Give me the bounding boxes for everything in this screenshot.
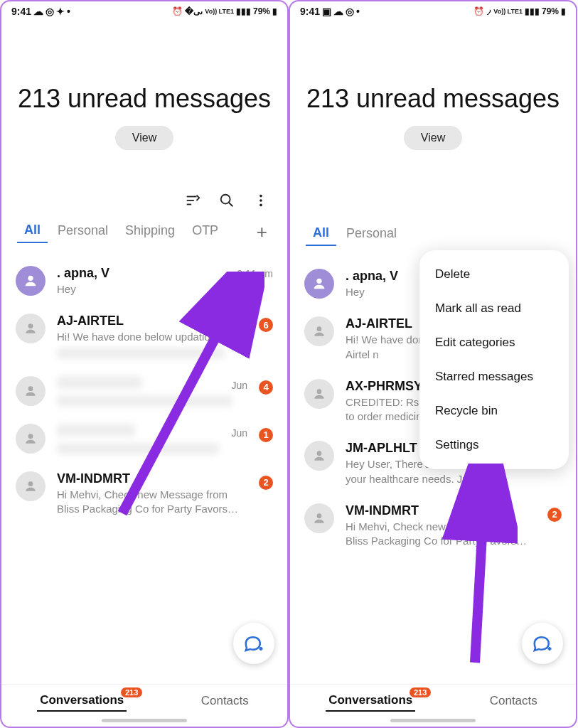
compose-button[interactable] — [522, 623, 563, 664]
svg-point-17 — [316, 279, 321, 284]
blurred-text — [57, 443, 219, 454]
compose-button[interactable] — [233, 623, 274, 664]
status-time: 9:41 — [11, 6, 31, 17]
phone-screenshot-right: 9:41 ▣ ☁ ◎ • ⏰ ⵰ Vo)) LTE1 ▮▮▮ 79% ▮ 213… — [289, 0, 577, 728]
view-button[interactable]: View — [115, 126, 173, 150]
avatar — [16, 266, 46, 296]
menu-edit-categories[interactable]: Edit categories — [419, 326, 569, 360]
conversation-row[interactable]: . apna, V 9:11 am Hey — [1, 257, 287, 305]
alarm-icon: ⏰ — [172, 6, 183, 16]
avatar — [16, 376, 46, 406]
avatar — [304, 441, 334, 471]
conversation-name: . apna, V — [57, 266, 109, 281]
conversation-name: VM-INDMRT — [346, 503, 419, 518]
avatar — [16, 424, 46, 454]
conversations-count-badge: 213 — [410, 687, 431, 697]
menu-settings[interactable]: Settings — [419, 428, 569, 462]
home-indicator — [390, 719, 476, 722]
menu-recycle-bin[interactable]: Recycle bin — [419, 394, 569, 428]
conversation-time: Jun — [231, 427, 247, 439]
tab-personal[interactable]: Personal — [50, 222, 115, 242]
wifi-icon: �ىى — [185, 6, 203, 16]
tab-conversations[interactable]: Conversations 213 — [326, 693, 415, 712]
unread-badge: 2 — [547, 508, 562, 522]
svg-point-19 — [317, 389, 322, 394]
avatar — [304, 503, 334, 533]
battery-icon: ▮ — [561, 6, 566, 16]
tab-all[interactable]: All — [306, 224, 336, 246]
conversation-name: JM-APLHLT — [346, 441, 417, 456]
instagram-icon: ◎ — [46, 6, 54, 17]
unread-title: 213 unread messages — [13, 82, 276, 114]
instagram-icon: ◎ — [346, 6, 354, 17]
bottom-nav: Conversations 213 Contacts — [1, 684, 287, 714]
conversation-name: AX-PHRMSY — [346, 379, 422, 394]
menu-starred[interactable]: Starred messages — [419, 360, 569, 394]
menu-mark-all-read[interactable]: Mark all as read — [419, 291, 569, 326]
svg-point-12 — [28, 481, 33, 486]
unread-badge: 4 — [259, 380, 273, 395]
status-bar: 9:41 ▣ ☁ ◎ • ⏰ ⵰ Vo)) LTE1 ▮▮▮ 79% ▮ — [290, 1, 576, 18]
avatar — [304, 269, 334, 299]
status-bar: 9:41 ☁ ◎ ✦ • ⏰ �ىى Vo)) LTE1 ▮▮▮ 79% ▮ — [1, 1, 287, 18]
home-indicator — [102, 719, 187, 722]
tab-all[interactable]: All — [17, 221, 48, 243]
phone-screenshot-left: 9:41 ☁ ◎ ✦ • ⏰ �ىى Vo)) LTE1 ▮▮▮ 79% ▮ 2… — [0, 0, 289, 728]
svg-point-18 — [317, 327, 322, 332]
battery-text: 79% — [542, 6, 559, 16]
conversation-time: Jun — [231, 380, 247, 391]
add-category-button[interactable]: + — [252, 221, 272, 243]
unread-badge: 6 — [259, 318, 273, 332]
conversation-time: 8:52 am — [211, 316, 247, 327]
toolbar — [1, 193, 287, 221]
view-button[interactable]: View — [404, 126, 462, 150]
battery-text: 79% — [253, 6, 270, 16]
menu-delete[interactable]: Delete — [419, 257, 569, 291]
signal-icon: ▮▮▮ — [236, 6, 251, 16]
tab-contacts[interactable]: Contacts — [487, 694, 540, 711]
svg-point-8 — [28, 276, 33, 281]
tab-conversations[interactable]: Conversations 213 — [37, 693, 127, 712]
avatar — [16, 314, 46, 343]
svg-point-6 — [259, 199, 262, 202]
svg-point-21 — [317, 513, 322, 518]
svg-line-4 — [229, 203, 233, 207]
conversation-list: . apna, V 9:11 am Hey AJ-AIRTEL 8:52 am … — [1, 257, 287, 684]
overflow-menu: Delete Mark all as read Edit categories … — [419, 250, 569, 469]
tab-shipping[interactable]: Shipping — [118, 222, 182, 242]
blurred-text — [57, 395, 232, 407]
tab-contacts[interactable]: Contacts — [198, 694, 252, 711]
more-icon[interactable] — [253, 193, 269, 208]
tab-otp[interactable]: OTP — [185, 222, 225, 242]
conversation-name: VM-INDMRT — [57, 471, 130, 486]
conversation-preview: Hi Mehvi, Check new Message from Bliss P… — [57, 488, 247, 517]
tab-label: Conversations — [40, 693, 124, 707]
blurred-name — [57, 376, 142, 389]
conversation-row[interactable]: VM-INDMRT Hi Mehvi, Check new Message fr… — [1, 463, 287, 525]
unread-badge: 1 — [259, 428, 273, 442]
conversation-name: . apna, V — [346, 269, 398, 284]
blurred-text — [57, 348, 225, 359]
conversation-row[interactable]: Jun 4 — [1, 368, 287, 415]
conversations-count-badge: 213 — [121, 687, 142, 697]
conversation-row[interactable]: Jun 1 — [1, 415, 287, 463]
conversation-preview: Hi! We have done below updation — [57, 330, 247, 344]
tab-personal[interactable]: Personal — [339, 225, 404, 245]
search-icon[interactable] — [219, 193, 235, 208]
conversation-row[interactable]: AJ-AIRTEL 8:52 am Hi! We have done below… — [1, 305, 287, 367]
svg-point-7 — [259, 204, 262, 207]
category-tabs: All Personal Shipping OTP + — [1, 221, 287, 257]
svg-point-5 — [259, 195, 262, 198]
filter-icon[interactable] — [185, 193, 200, 208]
blurred-name — [57, 424, 135, 437]
svg-point-11 — [28, 434, 33, 439]
svg-point-20 — [317, 451, 322, 456]
battery-icon: ▮ — [272, 6, 277, 16]
toolbar-spacer — [290, 193, 576, 224]
conversation-row[interactable]: VM-INDMRT Hi Mehvi, Check new Message fr… — [290, 495, 576, 557]
avatar — [304, 379, 334, 409]
dot-icon: • — [356, 6, 360, 17]
conversation-preview: Hi Mehvi, Check new Message from Bliss P… — [346, 520, 536, 549]
cloud-icon: ☁ — [333, 6, 343, 17]
dot-icon: • — [67, 6, 70, 17]
